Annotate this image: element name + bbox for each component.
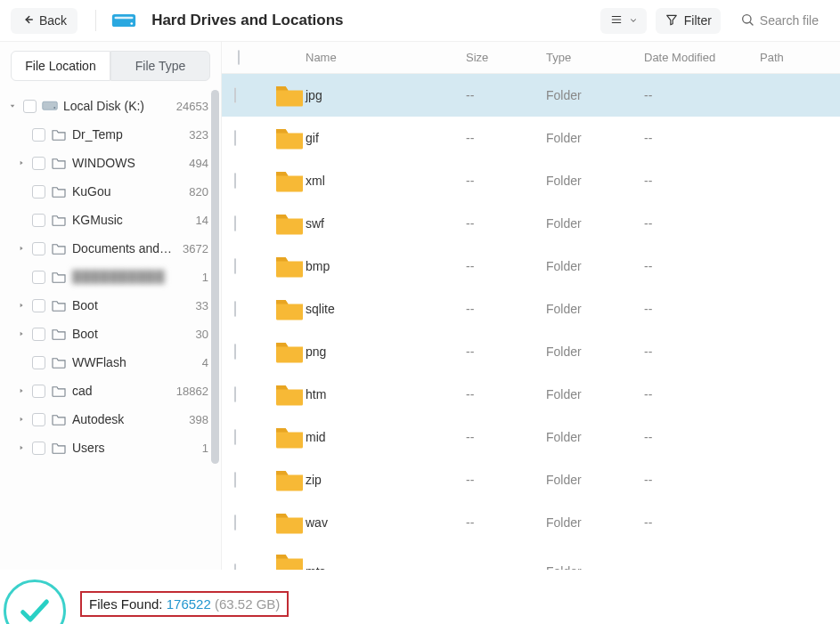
- row-checkbox[interactable]: [234, 344, 236, 360]
- sidebar-scrollbar[interactable]: [211, 90, 219, 570]
- tree-checkbox[interactable]: [32, 185, 45, 199]
- filter-label: Filter: [684, 13, 712, 28]
- tree-item[interactable]: Boot30: [0, 320, 221, 348]
- topbar: Back Hard Drives and Locations Filter Se…: [0, 0, 840, 41]
- folder-icon: [51, 271, 67, 283]
- tree-item[interactable]: Dr_Temp323: [0, 120, 221, 149]
- table-row[interactable]: swf--Folder--: [222, 202, 840, 245]
- select-all-checkbox[interactable]: [238, 50, 240, 65]
- col-type[interactable]: Type: [546, 51, 644, 64]
- back-button[interactable]: Back: [11, 8, 77, 34]
- tree-root[interactable]: Local Disk (K:)24653: [0, 92, 221, 120]
- row-checkbox[interactable]: [234, 429, 236, 445]
- row-checkbox[interactable]: [234, 472, 236, 488]
- chevron-down-icon: [629, 13, 638, 28]
- tree-checkbox[interactable]: [32, 385, 45, 398]
- row-type: Folder: [546, 174, 644, 188]
- tree-checkbox[interactable]: [32, 242, 45, 255]
- files-found-size: (63.52 GB): [215, 596, 280, 612]
- row-name: jpg: [306, 88, 466, 102]
- tree-count: 398: [178, 413, 208, 426]
- expand-icon[interactable]: [16, 243, 27, 254]
- row-type: Folder: [546, 302, 644, 316]
- table-row[interactable]: mts--Folder--: [222, 544, 840, 570]
- tree-item[interactable]: Users1: [0, 434, 221, 462]
- view-menu-button[interactable]: [600, 8, 647, 34]
- expand-icon[interactable]: [16, 158, 27, 168]
- tab-file-type[interactable]: File Type: [110, 51, 210, 81]
- tree-checkbox[interactable]: [32, 442, 45, 455]
- row-checkbox[interactable]: [234, 130, 236, 146]
- row-date: --: [644, 515, 760, 530]
- table-row[interactable]: mid--Folder--: [222, 416, 840, 458]
- tree-item[interactable]: KGMusic14: [0, 206, 221, 234]
- row-date: --: [644, 216, 760, 231]
- table-row[interactable]: png--Folder--: [222, 330, 840, 373]
- table-row[interactable]: gif--Folder--: [222, 117, 840, 159]
- col-date[interactable]: Date Modified: [644, 51, 760, 64]
- tree-checkbox[interactable]: [23, 100, 37, 113]
- row-size: --: [466, 259, 546, 273]
- col-size[interactable]: Size: [466, 51, 546, 64]
- row-date: --: [644, 302, 760, 316]
- row-type: Folder: [546, 515, 644, 530]
- tree-checkbox[interactable]: [32, 299, 45, 312]
- table-row[interactable]: sqlite--Folder--: [222, 288, 840, 330]
- table-row[interactable]: htm--Folder--: [222, 373, 840, 416]
- row-date: --: [644, 430, 760, 444]
- row-date: --: [644, 131, 760, 145]
- expand-icon[interactable]: [16, 442, 27, 453]
- filter-button[interactable]: Filter: [656, 8, 721, 34]
- tree-checkbox[interactable]: [32, 413, 45, 426]
- row-checkbox[interactable]: [234, 173, 236, 189]
- tree-checkbox[interactable]: [32, 328, 45, 341]
- row-checkbox[interactable]: [234, 258, 236, 274]
- tree-item[interactable]: Autodesk398: [0, 405, 221, 434]
- svg-marker-20: [20, 446, 23, 450]
- sidebar-scroll-thumb[interactable]: [211, 90, 219, 464]
- tree-item[interactable]: ██████████1: [0, 263, 221, 291]
- folder-icon: [273, 481, 306, 495]
- folder-icon: [51, 128, 67, 141]
- row-checkbox[interactable]: [234, 215, 236, 231]
- tree-item[interactable]: Documents and Set...3672: [0, 234, 221, 263]
- tree-item[interactable]: WWFlash4: [0, 348, 221, 377]
- expand-icon[interactable]: [7, 101, 18, 111]
- table-row[interactable]: wav--Folder--: [222, 501, 840, 544]
- svg-point-13: [53, 107, 55, 109]
- row-checkbox[interactable]: [234, 301, 236, 317]
- folder-icon: [273, 224, 306, 239]
- expand-icon[interactable]: [16, 385, 27, 396]
- row-checkbox[interactable]: [234, 563, 236, 570]
- row-checkbox[interactable]: [234, 515, 236, 531]
- folder-icon: [51, 328, 67, 340]
- row-name: mid: [306, 430, 466, 444]
- row-size: --: [466, 302, 546, 316]
- table-row[interactable]: zip--Folder--: [222, 458, 840, 501]
- tree-checkbox[interactable]: [32, 271, 45, 284]
- table-row[interactable]: jpg--Folder--: [222, 74, 840, 117]
- row-checkbox[interactable]: [234, 386, 236, 402]
- tab-file-location[interactable]: File Location: [11, 51, 110, 81]
- col-path[interactable]: Path: [760, 51, 831, 64]
- row-checkbox[interactable]: [234, 87, 236, 103]
- tree-item[interactable]: Boot33: [0, 291, 221, 320]
- tree-count: 4: [178, 356, 208, 369]
- table-row[interactable]: xml--Folder--: [222, 159, 840, 202]
- search-input[interactable]: Search file: [730, 7, 829, 35]
- tree-checkbox[interactable]: [32, 214, 45, 227]
- col-name[interactable]: Name: [306, 51, 466, 64]
- expand-icon[interactable]: [16, 300, 27, 311]
- tree-checkbox[interactable]: [32, 128, 45, 142]
- tree-label: KuGou: [72, 184, 173, 199]
- tree-item[interactable]: KuGou820: [0, 177, 221, 206]
- folder-icon: [51, 356, 67, 369]
- tree-checkbox[interactable]: [32, 157, 45, 170]
- expand-icon[interactable]: [16, 414, 27, 425]
- tree-checkbox[interactable]: [32, 356, 45, 369]
- tree-item[interactable]: cad18862: [0, 377, 221, 405]
- row-name: swf: [306, 216, 466, 231]
- expand-icon[interactable]: [16, 328, 27, 339]
- table-row[interactable]: bmp--Folder--: [222, 245, 840, 288]
- tree-item[interactable]: WINDOWS494: [0, 149, 221, 177]
